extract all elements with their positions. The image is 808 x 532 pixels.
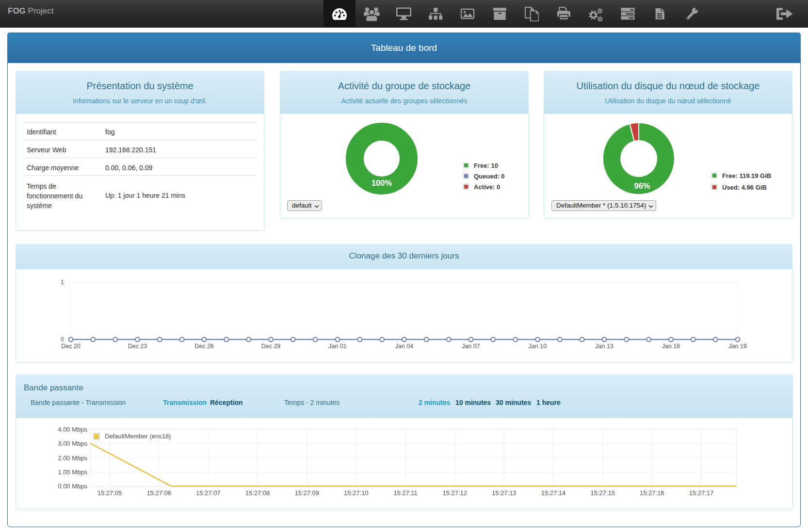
svg-text:Dec 26: Dec 26	[194, 343, 214, 350]
svg-text:Jan 13: Jan 13	[595, 343, 614, 350]
svg-text:15:27:07: 15:27:07	[196, 489, 221, 497]
svg-text:Dec 29: Dec 29	[261, 343, 281, 350]
svg-text:15:27:10: 15:27:10	[344, 489, 369, 497]
svg-text:2.00 Mbps: 2.00 Mbps	[58, 454, 87, 462]
svg-text:15:27:05: 15:27:05	[97, 489, 122, 497]
svg-text:15:27:14: 15:27:14	[541, 489, 566, 497]
svg-text:15:27:13: 15:27:13	[492, 489, 517, 497]
svg-text:15:27:08: 15:27:08	[245, 489, 270, 497]
svg-text:Dec 20: Dec 20	[61, 343, 81, 350]
svg-text:Jan 04: Jan 04	[395, 343, 414, 350]
svg-text:15:27:09: 15:27:09	[294, 489, 319, 497]
svg-text:Dec 23: Dec 23	[128, 343, 147, 350]
svg-text:DefaultMember (ens18): DefaultMember (ens18)	[105, 433, 171, 440]
svg-text:15:27:11: 15:27:11	[393, 489, 418, 497]
svg-text:1.00 Mbps: 1.00 Mbps	[58, 468, 87, 476]
svg-text:15:27:17: 15:27:17	[689, 489, 714, 497]
svg-text:Jan 19: Jan 19	[728, 343, 747, 350]
svg-text:15:27:06: 15:27:06	[146, 489, 171, 497]
svg-text:Jan 01: Jan 01	[328, 343, 347, 350]
svg-text:0.00 Mbps: 0.00 Mbps	[58, 483, 87, 490]
svg-text:0: 0	[61, 336, 64, 343]
svg-text:15:27:12: 15:27:12	[442, 489, 467, 497]
svg-text:4.00 Mbps: 4.00 Mbps	[58, 426, 87, 433]
svg-text:Jan 07: Jan 07	[462, 343, 480, 350]
svg-text:3.00 Mbps: 3.00 Mbps	[58, 440, 87, 447]
svg-text:Jan 10: Jan 10	[529, 343, 547, 350]
svg-text:15:27:15: 15:27:15	[590, 489, 615, 497]
svg-text:1: 1	[61, 279, 64, 286]
svg-text:Jan 16: Jan 16	[662, 343, 680, 350]
svg-text:15:27:16: 15:27:16	[640, 489, 664, 497]
